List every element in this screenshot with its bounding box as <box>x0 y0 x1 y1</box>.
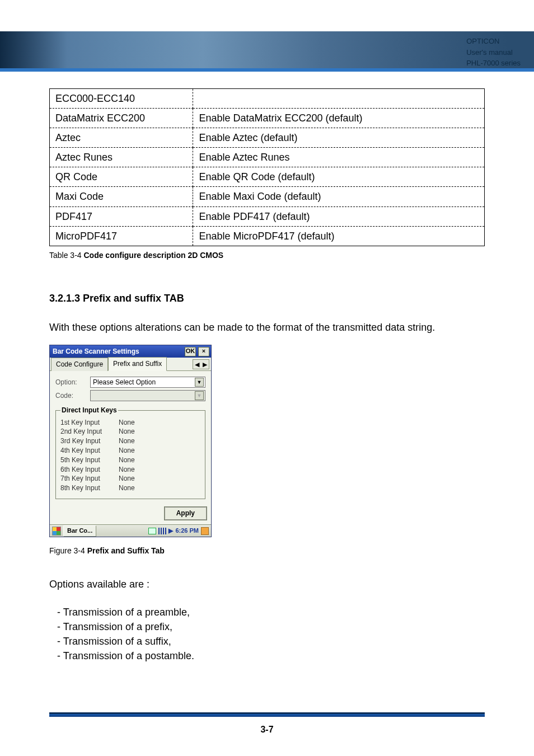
table-cell-description: Enable PDF417 (default) <box>193 206 485 226</box>
option-item: Transmission of a preamble, <box>57 605 485 619</box>
key-input-row: 2nd Key InputNone <box>60 427 200 436</box>
close-button[interactable]: × <box>198 347 209 356</box>
header-brand: OPTICON <box>466 36 521 47</box>
key-input-row: 3rd Key InputNone <box>60 436 200 446</box>
option-item: Transmission of a suffix, <box>57 634 485 649</box>
taskbar-arrow-icon[interactable]: ▶ <box>168 527 173 536</box>
taskbar-clock: 6:26 PM <box>175 527 199 536</box>
key-input-label: 6th Key Input <box>60 465 111 475</box>
table-row: DataMatrix ECC200Enable DataMatrix ECC20… <box>50 109 485 128</box>
section-intro-paragraph: With these options alterations can be ma… <box>49 320 485 335</box>
table-cell-description <box>193 89 485 109</box>
key-input-label: 3rd Key Input <box>60 436 111 446</box>
direct-input-keys-legend: Direct Input Keys <box>60 406 118 415</box>
header-text-block: OPTICON User's manual PHL-7000 series <box>466 36 521 69</box>
table-cell-description: Enable Maxi Code (default) <box>193 187 485 206</box>
table-cell-code: QR Code <box>50 167 193 187</box>
table-row: QR CodeEnable QR Code (default) <box>50 167 485 187</box>
key-input-label: 4th Key Input <box>60 446 111 456</box>
keyboard-icon[interactable] <box>158 528 166 534</box>
tab-scroll-right-icon[interactable]: ▶ <box>201 360 209 369</box>
wince-window: Bar Code Scanner Settings OK × Code Conf… <box>49 345 212 537</box>
table-row: Maxi CodeEnable Maxi Code (default) <box>50 187 485 206</box>
key-input-label: 8th Key Input <box>60 483 111 493</box>
ok-button[interactable]: OK <box>185 347 196 356</box>
code-select[interactable]: ▼ <box>90 390 205 401</box>
key-input-label: 1st Key Input <box>60 418 111 428</box>
dropdown-arrow-icon: ▼ <box>195 378 204 387</box>
tray-desktop-icon[interactable] <box>201 527 209 535</box>
apply-button[interactable]: Apply <box>165 507 207 520</box>
table-cell-description: Enable MicroPDF417 (default) <box>193 226 485 246</box>
key-input-value: None <box>119 418 135 428</box>
key-input-value: None <box>119 427 135 436</box>
header-line2: User's manual <box>466 47 521 58</box>
wince-taskbar: Bar Co... ▶ 6:26 PM <box>50 524 211 537</box>
wince-titlebar: Bar Code Scanner Settings OK × <box>50 345 211 358</box>
table-row: AztecEnable Aztec (default) <box>50 128 485 148</box>
table-cell-description: Enable Aztec (default) <box>193 128 485 148</box>
tab-scroll-left-icon[interactable]: ◀ <box>193 360 201 369</box>
table-cell-code: ECC000-ECC140 <box>50 89 193 109</box>
wince-title: Bar Code Scanner Settings <box>53 347 182 356</box>
option-item: Transmission of a postamble. <box>57 649 485 663</box>
key-input-value: None <box>119 436 135 446</box>
options-intro: Options available are : <box>49 577 485 591</box>
table-3-4-caption: Table 3-4 Code configure description 2D … <box>49 246 485 261</box>
key-input-value: None <box>119 465 135 475</box>
taskbar-tray: ▶ 6:26 PM <box>148 527 209 536</box>
key-input-label: 2nd Key Input <box>60 427 111 436</box>
figure-caption-bold: Prefix and Suffix Tab <box>87 546 165 555</box>
table-row: MicroPDF417Enable MicroPDF417 (default) <box>50 226 485 246</box>
key-input-row: 7th Key InputNone <box>60 474 200 483</box>
table-caption-bold: Code configure description 2D CMOS <box>83 251 223 260</box>
key-input-value: None <box>119 446 135 456</box>
code-configure-table: ECC000-ECC140DataMatrix ECC200Enable Dat… <box>49 88 485 246</box>
table-caption-prefix: Table 3-4 <box>49 251 83 260</box>
table-row: Aztec RunesEnable Aztec Runes <box>50 148 485 167</box>
key-input-row: 8th Key InputNone <box>60 483 200 493</box>
key-input-label: 5th Key Input <box>60 456 111 465</box>
header-accent-bar <box>0 68 534 72</box>
table-cell-code: MicroPDF417 <box>50 226 193 246</box>
taskbar-task-button[interactable]: Bar Co... <box>63 525 96 537</box>
direct-input-keys-group: Direct Input Keys 1st Key InputNone2nd K… <box>55 406 205 499</box>
code-label: Code: <box>55 391 86 401</box>
page-header-banner: OPTICON User's manual PHL-7000 series <box>0 31 534 72</box>
tab-code-configure[interactable]: Code Configure <box>51 358 108 371</box>
option-label: Option: <box>55 378 86 387</box>
option-select[interactable]: Please Select Option ▼ <box>90 377 205 388</box>
table-cell-description: Enable Aztec Runes <box>193 148 485 167</box>
tab-prefix-suffix[interactable]: Prefix and Suffix <box>108 357 167 371</box>
table-cell-code: Aztec <box>50 128 193 148</box>
header-line3: PHL-7000 series <box>466 58 521 69</box>
table-cell-description: Enable QR Code (default) <box>193 167 485 187</box>
key-input-row: 6th Key InputNone <box>60 465 200 475</box>
key-input-label: 7th Key Input <box>60 474 111 483</box>
start-menu-icon[interactable] <box>52 527 61 536</box>
wince-body: Option: Please Select Option ▼ Code: ▼ <box>50 371 211 504</box>
options-list: Transmission of a preamble,Transmission … <box>49 602 485 663</box>
key-input-value: None <box>119 456 135 465</box>
figure-caption-prefix: Figure 3-4 <box>49 546 87 555</box>
section-heading-3-2-1-3: 3.2.1.3 Prefix and suffix TAB <box>49 291 485 306</box>
figure-3-4-caption: Figure 3-4 Prefix and Suffix Tab <box>49 539 485 556</box>
page-number: 3-7 <box>0 725 534 735</box>
sip-icon[interactable] <box>148 528 156 534</box>
table-cell-code: PDF417 <box>50 206 193 226</box>
key-input-row: 1st Key InputNone <box>60 418 200 428</box>
key-input-value: None <box>119 483 135 493</box>
table-row: ECC000-ECC140 <box>50 89 485 109</box>
option-select-value: Please Select Option <box>93 378 156 387</box>
dropdown-arrow-icon: ▼ <box>195 391 204 400</box>
table-cell-code: Maxi Code <box>50 187 193 206</box>
wince-tabs: Code Configure Prefix and Suffix ◀ ▶ <box>50 358 211 371</box>
key-input-row: 4th Key InputNone <box>60 446 200 456</box>
tab-scroll-buttons[interactable]: ◀ ▶ <box>193 359 209 369</box>
table-row: PDF417Enable PDF417 (default) <box>50 206 485 226</box>
table-cell-code: DataMatrix ECC200 <box>50 109 193 128</box>
option-item: Transmission of a prefix, <box>57 619 485 634</box>
table-cell-code: Aztec Runes <box>50 148 193 167</box>
table-cell-description: Enable DataMatrix ECC200 (default) <box>193 109 485 128</box>
footer-bar <box>49 712 485 717</box>
